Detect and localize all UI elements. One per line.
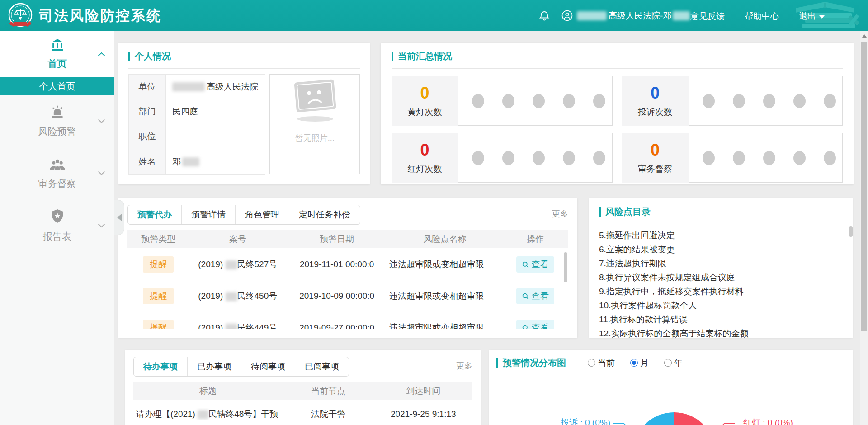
tab-warning-detail[interactable]: 预警详情 bbox=[182, 205, 236, 224]
redacted-block bbox=[182, 157, 199, 166]
col-header: 当前节点 bbox=[283, 385, 374, 397]
warnings-panel: 预警代办 预警详情 角色管理 定时任务补偿 更多 预警类型 案号 预警日期 风险… bbox=[118, 198, 577, 338]
section-accent-bar bbox=[496, 358, 498, 368]
radio-circle-icon bbox=[664, 359, 672, 367]
sidebar-item-label: 首页 bbox=[0, 57, 114, 70]
personal-info-card: 个人情况 单位 高级人民法院 部门 民四庭 职位 姓名 邓 bbox=[118, 43, 370, 184]
redacted-block bbox=[226, 292, 237, 301]
col-header: 到达时间 bbox=[374, 385, 473, 397]
indicator-dots bbox=[689, 133, 843, 183]
indicator-dots bbox=[689, 76, 843, 126]
col-header: 风险点名称 bbox=[387, 233, 502, 245]
sidebar-item-label: 报告表 bbox=[0, 230, 114, 243]
more-link[interactable]: 更多 bbox=[552, 208, 568, 219]
todo-title[interactable]: 请办理【(2021) 民辖终48号】干预 bbox=[133, 408, 283, 420]
caret-down-icon bbox=[819, 15, 825, 19]
user-avatar-icon[interactable] bbox=[561, 10, 573, 21]
stat-value: 0 bbox=[420, 141, 429, 160]
radio-current[interactable]: 当前 bbox=[588, 357, 615, 369]
row-label: 职位 bbox=[129, 124, 166, 149]
sidebar-item-trial-supervision[interactable]: 审务督察 bbox=[0, 147, 114, 199]
warnings-table-body: 提醒 (2019) 民终527号 2019-11-01 00:00:0 违法超审… bbox=[127, 249, 568, 329]
table-row: 职位 bbox=[129, 124, 265, 149]
alarm-siren-icon bbox=[50, 105, 65, 119]
case-number: (2019) 民终449号 bbox=[189, 322, 287, 329]
tab-done-items[interactable]: 已办事项 bbox=[188, 357, 241, 376]
radio-circle-checked-icon bbox=[630, 359, 638, 367]
risk-point-list: 5.拖延作出回避决定 6.立案的结果被变更 7.违法超执行期限 8.执行异议案件… bbox=[599, 228, 843, 338]
view-button[interactable]: 查看 bbox=[516, 256, 554, 273]
notification-bell-icon[interactable] bbox=[539, 10, 550, 22]
sidebar-item-risk-warning[interactable]: 风险预警 bbox=[0, 95, 114, 147]
app-header: 司法风险防控系统 高级人民法院-邓 意见反馈 帮助中心 退出 bbox=[0, 0, 868, 31]
feedback-link[interactable]: 意见反馈 bbox=[690, 10, 725, 22]
sidebar-item-report-table[interactable]: 报告表 bbox=[0, 199, 114, 252]
logout-button[interactable]: 退出 bbox=[799, 10, 825, 22]
list-item[interactable]: 7.违法超执行期限 bbox=[599, 256, 843, 270]
col-header: 预警类型 bbox=[127, 233, 189, 245]
list-item[interactable]: 11.执行标的款计算错误 bbox=[599, 312, 843, 326]
col-header: 预警日期 bbox=[286, 233, 387, 245]
no-photo-icon bbox=[285, 75, 344, 129]
row-value: 高级人民法院 bbox=[166, 75, 265, 99]
indicator-dots bbox=[458, 76, 613, 126]
summary-card: 当前汇总情况 0 黄灯次数 0 投诉次数 0 红灯次数 bbox=[381, 43, 854, 184]
pie-label-complaints: 投诉 : 0 (0%) bbox=[561, 417, 610, 425]
more-link[interactable]: 更多 bbox=[456, 360, 472, 371]
radio-month[interactable]: 月 bbox=[630, 357, 649, 369]
scroll-up-arrow-icon[interactable] bbox=[862, 34, 867, 38]
radio-year[interactable]: 年 bbox=[664, 357, 683, 369]
sidebar-collapse-handle[interactable] bbox=[114, 200, 124, 235]
case-number: (2019) 民终527号 bbox=[189, 259, 287, 270]
warning-date: 2019-09-27 00:00:0 bbox=[286, 323, 387, 329]
col-header: 标题 bbox=[133, 385, 283, 397]
list-item[interactable]: 8.执行异议案件未按规定组成合议庭 bbox=[599, 270, 843, 284]
tab-scheduled-task[interactable]: 定时任务补偿 bbox=[289, 205, 360, 224]
tab-todo-items[interactable]: 待办事项 bbox=[134, 357, 188, 376]
tab-warning-todo[interactable]: 预警代办 bbox=[128, 205, 182, 224]
list-item[interactable]: 9.指定执行中，拖延移交案件执行材料 bbox=[599, 284, 843, 298]
list-item[interactable]: 5.拖延作出回避决定 bbox=[599, 228, 843, 242]
divider bbox=[128, 68, 360, 69]
section-title: 风险点目录 bbox=[605, 206, 651, 218]
list-item[interactable]: 12.实际执行标的全额高于结案标的金额 bbox=[599, 326, 843, 338]
table-scrollbar-thumb[interactable] bbox=[564, 252, 567, 282]
chevron-up-icon bbox=[98, 52, 105, 57]
indicator-dots bbox=[458, 133, 613, 183]
list-scrollbar-thumb[interactable] bbox=[849, 226, 853, 237]
sidebar-item-home[interactable]: 首页 bbox=[0, 31, 114, 77]
risk-name: 违法超审限或变相超审限 bbox=[387, 259, 502, 270]
page-scrollbar-thumb[interactable] bbox=[861, 42, 867, 331]
redacted-block bbox=[226, 324, 237, 329]
people-group-icon bbox=[49, 157, 66, 171]
list-item[interactable]: 10.执行案件超标罚款个人 bbox=[599, 298, 843, 312]
sidebar-item-label: 审务督察 bbox=[0, 177, 114, 190]
list-item[interactable]: 6.立案的结果被变更 bbox=[599, 242, 843, 256]
tab-read-items[interactable]: 已阅事项 bbox=[295, 357, 349, 376]
app-logo bbox=[7, 2, 33, 29]
pie-slice-complaints bbox=[632, 412, 674, 425]
view-button[interactable]: 查看 bbox=[516, 288, 554, 304]
row-label: 部门 bbox=[129, 99, 166, 124]
warning-distribution-card: 预警情况分布图 当前 月 年 投诉 : 0 (0%) 红灯 : 0 (0%) bbox=[489, 350, 853, 425]
table-row: 提醒 (2019) 民终450号 2019-10-09 00:00:0 违法超审… bbox=[127, 280, 568, 312]
col-header: 操作 bbox=[502, 233, 568, 245]
page-scrollbar[interactable] bbox=[860, 31, 868, 425]
view-button[interactable]: 查看 bbox=[516, 320, 554, 329]
risk-name: 违法超审限或变相超审限 bbox=[387, 322, 502, 329]
section-accent-bar bbox=[599, 207, 601, 217]
row-value bbox=[166, 124, 265, 149]
sidebar-item-personal-home[interactable]: 个人首页 bbox=[0, 77, 114, 95]
status-badge: 提醒 bbox=[143, 256, 174, 273]
risk-name: 违法超审限或变相超审限 bbox=[387, 290, 502, 302]
chevron-down-icon bbox=[98, 119, 105, 123]
magnifier-icon bbox=[522, 261, 529, 269]
tab-role-management[interactable]: 角色管理 bbox=[236, 205, 289, 224]
section-accent-bar bbox=[128, 52, 130, 61]
photo-placeholder: 暂无照片... bbox=[269, 74, 360, 174]
warnings-table-header: 预警类型 案号 预警日期 风险点名称 操作 bbox=[127, 230, 568, 248]
divider bbox=[599, 224, 843, 224]
help-center-link[interactable]: 帮助中心 bbox=[745, 10, 779, 22]
tab-unread-items[interactable]: 待阅事项 bbox=[241, 357, 295, 376]
magnifier-icon bbox=[522, 324, 529, 329]
